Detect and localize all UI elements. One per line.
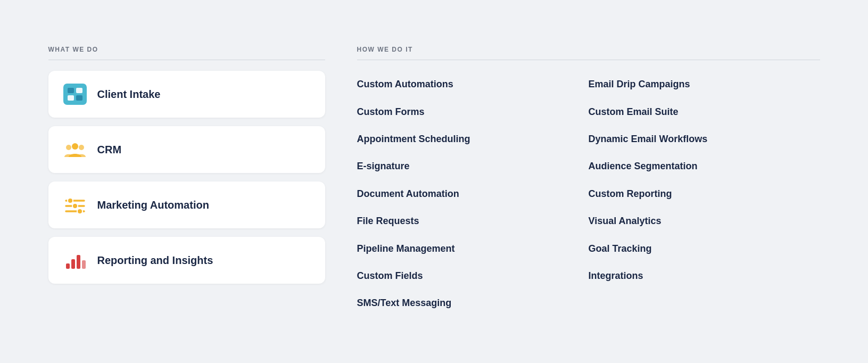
svg-rect-15 (71, 259, 75, 269)
how-we-do-it-section: HOW WE DO IT Custom AutomationsCustom Fo… (357, 46, 820, 317)
reporting-insights-label: Reporting and Insights (97, 254, 213, 267)
feature-item[interactable]: Visual Analytics (589, 208, 820, 235)
feature-item[interactable]: Custom Automations (357, 71, 589, 98)
feature-item[interactable]: Goal Tracking (589, 235, 820, 262)
svg-rect-14 (66, 263, 70, 269)
svg-rect-0 (63, 84, 87, 105)
client-intake-icon-container (63, 82, 87, 106)
svg-point-9 (68, 198, 73, 203)
svg-rect-2 (76, 88, 82, 93)
svg-rect-17 (82, 260, 86, 269)
svg-rect-16 (77, 255, 80, 269)
card-marketing-automation[interactable]: Marketing Automation (48, 182, 325, 228)
reporting-insights-icon (63, 250, 87, 271)
what-we-do-label: WHAT WE DO (48, 46, 325, 60)
svg-point-13 (77, 209, 82, 214)
svg-rect-1 (68, 88, 74, 93)
feature-item[interactable]: Custom Fields (357, 262, 589, 290)
feature-item[interactable]: File Requests (357, 208, 589, 235)
feature-col-1: Custom AutomationsCustom FormsAppointmen… (357, 71, 589, 317)
main-container: WHAT WE DO Client Intake (22, 24, 847, 339)
card-list: Client Intake (48, 71, 325, 284)
svg-point-11 (72, 203, 78, 209)
what-we-do-section: WHAT WE DO Client Intake (48, 46, 325, 317)
feature-item[interactable]: Integrations (589, 262, 820, 290)
marketing-icon-container (63, 193, 87, 217)
feature-grid: Custom AutomationsCustom FormsAppointmen… (357, 71, 820, 317)
crm-icon-container (63, 138, 87, 161)
svg-rect-4 (76, 95, 82, 101)
svg-point-7 (79, 145, 84, 150)
feature-item[interactable]: Custom Forms (357, 98, 589, 126)
feature-item[interactable]: Document Automation (357, 180, 589, 208)
marketing-automation-icon (63, 194, 87, 216)
feature-col-2: Email Drip CampaignsCustom Email SuiteDy… (589, 71, 820, 317)
feature-item[interactable]: Appointment Scheduling (357, 126, 589, 153)
feature-item[interactable]: SMS/Text Messaging (357, 290, 589, 317)
svg-point-6 (66, 145, 71, 150)
how-we-do-it-label: HOW WE DO IT (357, 46, 820, 60)
reporting-icon-container (63, 249, 87, 272)
card-reporting-insights[interactable]: Reporting and Insights (48, 237, 325, 284)
crm-icon (63, 139, 87, 160)
card-client-intake[interactable]: Client Intake (48, 71, 325, 118)
feature-item[interactable]: Dynamic Email Workflows (589, 126, 820, 153)
feature-item[interactable]: E-signature (357, 153, 589, 180)
feature-item[interactable]: Email Drip Campaigns (589, 71, 820, 98)
feature-item[interactable]: Custom Email Suite (589, 98, 820, 126)
client-intake-icon (63, 84, 87, 105)
feature-item[interactable]: Pipeline Management (357, 235, 589, 262)
card-crm[interactable]: CRM (48, 126, 325, 173)
marketing-automation-label: Marketing Automation (97, 199, 209, 211)
crm-label: CRM (97, 144, 122, 156)
feature-item[interactable]: Audience Segmentation (589, 153, 820, 180)
svg-rect-3 (68, 95, 74, 101)
feature-item[interactable]: Custom Reporting (589, 180, 820, 208)
client-intake-label: Client Intake (97, 88, 161, 101)
svg-point-5 (72, 143, 78, 150)
